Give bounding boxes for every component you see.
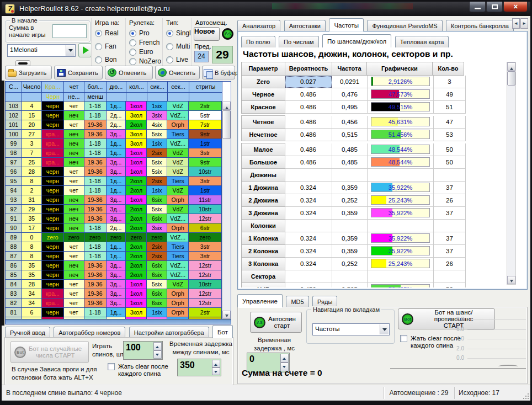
spin-table-row[interactable]: 10215черннеч1-182д...3кол3sixVdZ...5str bbox=[6, 111, 222, 120]
subtab-by-field[interactable]: По полю bbox=[241, 36, 275, 47]
subtab-by-numbers[interactable]: По числам bbox=[279, 36, 319, 47]
spin-table-row[interactable]: 987кра...неч1-181д...1кол2sixVdZ3str bbox=[6, 148, 222, 158]
scroll-thumb[interactable] bbox=[507, 71, 515, 86]
stepper-down-button[interactable] bbox=[212, 367, 220, 375]
spin-table-row[interactable]: 816чернчет1-181д...3кол1sixOrph2str bbox=[6, 308, 222, 317]
spin-table-row[interactable]: 8428чернчет19-363д...1кол5sixVdZ10str bbox=[6, 280, 222, 289]
radio-option-french[interactable]: French bbox=[129, 39, 162, 46]
subtab-by-chances[interactable]: По шансам/дюж/кол bbox=[322, 34, 391, 47]
tab-md5[interactable]: MD5 bbox=[286, 296, 308, 307]
spin-header-cell[interactable]: чет bbox=[64, 82, 84, 93]
autoshift-as-icon[interactable]: As bbox=[222, 28, 233, 40]
spin-header-cell[interactable]: сик... bbox=[147, 82, 168, 93]
bot-random-start-button[interactable]: Bot Бот на случайныечисла СТАРТ bbox=[10, 341, 89, 363]
start-sum-input[interactable] bbox=[52, 24, 87, 38]
spins-count-stepper[interactable]: 100 bbox=[123, 341, 163, 360]
scroll-thumb[interactable] bbox=[222, 110, 231, 139]
tab-navigation-dropdown-button[interactable] bbox=[380, 324, 389, 334]
spin-table-row[interactable]: 8334кра...чет19-363д...1кол6sixOrph12str bbox=[6, 289, 222, 299]
scroll-down-button[interactable] bbox=[507, 276, 515, 284]
spin-table-row[interactable]: 8234кра...чет19-363д...1кол6sixOrph12str bbox=[6, 299, 222, 308]
tab-control[interactable]: Управление bbox=[237, 294, 283, 307]
spin-table-row[interactable]: 9628чернчет19-363д...1кол5sixVdZ10str bbox=[6, 167, 222, 177]
freq-param-cell[interactable]: 2 Дюжина bbox=[241, 194, 285, 207]
tab-bankroll[interactable]: Контроль банкролла bbox=[446, 20, 514, 31]
tab-analyzer[interactable]: Анализатор bbox=[237, 20, 280, 31]
radio-option-bon[interactable]: Bon bbox=[95, 56, 125, 63]
tab-manual-input[interactable]: Ручной ввод bbox=[5, 327, 50, 338]
tab-psevdoms[interactable]: Функционал PsevdoMS bbox=[367, 20, 442, 31]
spin-table-row[interactable]: 942чернчет1-181д...2кол1sixVdZ1str bbox=[6, 186, 222, 195]
tab-rows[interactable]: Ряды bbox=[312, 296, 337, 307]
spin-table-row[interactable]: 888чернчет1-181д...2кол2sixTiers3str bbox=[6, 242, 222, 252]
save-button[interactable]: Сохранить bbox=[54, 66, 103, 79]
spin-header-cell[interactable]: стриты bbox=[189, 82, 222, 93]
clear-button[interactable]: Очистить bbox=[155, 66, 200, 79]
freq-param-cell[interactable]: Zero bbox=[241, 75, 285, 88]
spin-header-cell[interactable]: кол... bbox=[126, 82, 147, 93]
subtab-heatmap[interactable]: Тепловая карта bbox=[395, 36, 449, 47]
freq-param-cell[interactable]: VdZ bbox=[241, 283, 285, 287]
tabs-scroll-right-button[interactable]: ► bbox=[520, 18, 528, 29]
resize-grip[interactable] bbox=[523, 393, 529, 399]
spin-table-row[interactable]: 878чернчет1-181д...2кол2sixTiers3str bbox=[6, 252, 222, 261]
spin-delay-stepper[interactable]: 350 bbox=[177, 359, 221, 376]
spin-table-row[interactable]: 9725кра...неч19-363д...1кол5sixVdZ9str bbox=[6, 158, 222, 167]
freq-param-cell[interactable]: Дюжины bbox=[241, 168, 285, 182]
spin-table-hscrollbar[interactable] bbox=[6, 319, 231, 324]
spin-header-cell[interactable]: бол... bbox=[84, 82, 107, 93]
spin-header-cell[interactable]: Кра... bbox=[42, 82, 64, 93]
spin-table-row[interactable]: 1034чернчет1-181д...1кол1sixVdZ2str bbox=[6, 102, 222, 111]
freq-param-cell[interactable]: 3 Дюжина bbox=[241, 206, 285, 220]
tab-autograbber-settings[interactable]: Настройки автограббера bbox=[129, 327, 209, 338]
spin-table-row[interactable]: 890zerozerozerozerozerozeroVdZ...zero bbox=[6, 233, 222, 242]
preset-combobox[interactable]: 1Melonati bbox=[7, 44, 76, 57]
spin-table-row[interactable]: 958чернчет1-181д...2кол2sixTiers3str bbox=[6, 177, 222, 186]
spin-table-vscrollbar[interactable] bbox=[222, 102, 231, 319]
stepper-down-button[interactable] bbox=[153, 350, 162, 359]
radio-option-nozero[interactable]: NoZero bbox=[129, 57, 162, 65]
undo-button[interactable]: Отменить bbox=[105, 66, 153, 79]
freq-param-cell[interactable]: 1 Дюжина bbox=[241, 181, 285, 194]
spin-table-row[interactable]: 9135черннеч19-363д...2кол6sixVdZ...12str bbox=[6, 214, 222, 223]
scroll-down-button[interactable] bbox=[222, 311, 231, 319]
radio-option-singl[interactable]: Singl bbox=[166, 29, 191, 37]
radio-option-multi[interactable]: Multi bbox=[166, 42, 191, 50]
radio-option-real[interactable]: Real bbox=[95, 29, 125, 37]
freq-param-cell[interactable]: Красное bbox=[241, 100, 285, 114]
radio-option-pro[interactable]: Pro bbox=[129, 29, 162, 37]
tab-bot[interactable]: Бот bbox=[212, 325, 233, 338]
stepper-up-button[interactable] bbox=[153, 342, 162, 350]
play-button[interactable] bbox=[78, 43, 92, 57]
stepper-up-button[interactable] bbox=[212, 360, 220, 367]
scroll-up-button[interactable] bbox=[507, 62, 515, 71]
copy-to-buffer-button[interactable]: В буфер bbox=[202, 66, 235, 79]
freq-param-cell[interactable]: Четное bbox=[241, 115, 285, 129]
spin-table-row[interactable]: 9331черннеч19-363д...1кол6sixOrph11str bbox=[6, 195, 222, 205]
freq-param-cell[interactable]: 2 Колонка bbox=[241, 244, 285, 258]
freq-param-cell[interactable]: Малое bbox=[241, 143, 285, 156]
tab-frequencies[interactable]: Частоты bbox=[329, 18, 364, 31]
spin-table-row[interactable]: 9229черннеч19-363д...2кол5sixVdZ10str bbox=[6, 205, 222, 214]
tab-navigation-combobox[interactable]: Частоты bbox=[312, 323, 390, 335]
title-bar[interactable]: 7 HelperRoullet 8.62 - create helperroul… bbox=[2, 2, 530, 16]
spin-table-row[interactable]: 10120чернчет19-362д...2кол4sixOrph7str bbox=[6, 120, 222, 130]
maximize-button[interactable] bbox=[486, 2, 503, 12]
frequencies-vscrollbar[interactable] bbox=[507, 62, 516, 285]
tab-autograbber[interactable]: Автограббер номеров bbox=[54, 327, 125, 338]
spin-header-cell[interactable]: дю... bbox=[107, 82, 126, 93]
preset-dropdown-button[interactable] bbox=[66, 45, 75, 56]
freq-param-cell[interactable]: Большое bbox=[241, 156, 285, 169]
freq-param-cell[interactable]: Колонки bbox=[241, 219, 285, 232]
new-button[interactable]: Новое bbox=[194, 27, 220, 41]
spin-table-row[interactable]: 8535черннеч19-363д...2кол6sixVdZ...12str bbox=[6, 270, 222, 280]
spin-table-row[interactable]: 993кра...неч1-181д...3кол1sixVdZ...1str bbox=[6, 139, 222, 148]
minimize-button[interactable] bbox=[469, 2, 486, 12]
radio-option-live[interactable]: Live bbox=[166, 56, 191, 63]
spin-table-row[interactable]: 9017черннеч1-182д...2кол3sixOrph6str bbox=[6, 223, 222, 233]
spin-table-row[interactable]: 10027кра...неч19-363д...3кол5sixTiers9st… bbox=[6, 130, 222, 139]
spin-header-cell[interactable]: Число bbox=[22, 82, 42, 93]
spin-table-row[interactable]: 8635черннеч19-363д...2кол6sixVdZ...12str bbox=[6, 261, 222, 270]
autospin-start-button[interactable]: AS Автоспинстарт bbox=[250, 312, 302, 333]
scroll-up-button[interactable] bbox=[222, 102, 231, 110]
